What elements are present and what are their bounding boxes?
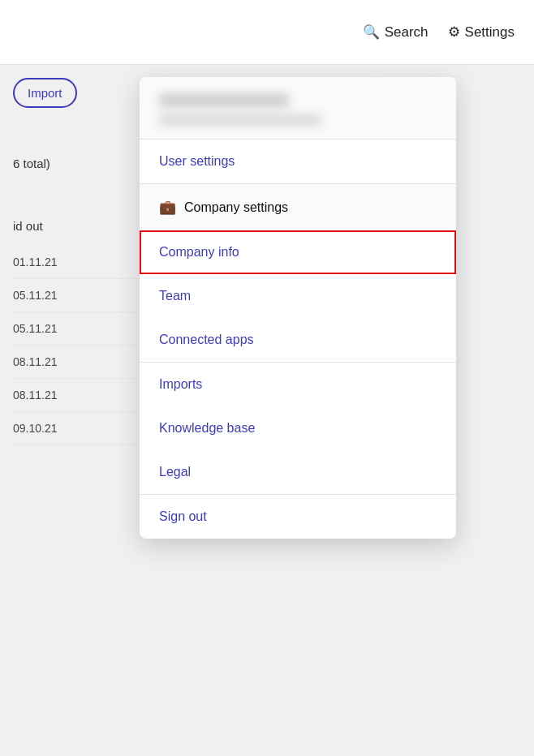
company-settings-label: Company settings (184, 200, 288, 215)
user-email-blur (159, 114, 321, 126)
user-settings-item[interactable]: User settings (140, 140, 456, 183)
dropdown-menu: User settings 💼 Company settings Company… (140, 77, 456, 539)
team-item[interactable]: Team (140, 274, 456, 318)
top-bar: 🔍 Search ⚙ Settings (0, 0, 534, 65)
legal-item[interactable]: Legal (140, 450, 456, 494)
user-settings-label: User settings (159, 154, 235, 169)
connected-apps-label: Connected apps (159, 333, 254, 347)
sign-out-label: Sign out (159, 509, 207, 524)
company-settings-header: 💼 Company settings (140, 184, 456, 230)
search-button[interactable]: 🔍 Search (363, 24, 428, 41)
company-info-item[interactable]: Company info (140, 230, 456, 274)
legal-label: Legal (159, 465, 191, 479)
user-settings-group: User settings (140, 140, 456, 184)
search-label: Search (385, 24, 428, 41)
settings-label: Settings (465, 24, 515, 41)
search-icon: 🔍 (363, 24, 380, 41)
background-content: Import 6 total) id out 01.11.21 05.11.21… (0, 65, 162, 445)
team-label: Team (159, 289, 191, 303)
user-name-blur (159, 93, 289, 108)
resources-group: Imports Knowledge base Legal (140, 363, 456, 495)
connected-apps-item[interactable]: Connected apps (140, 318, 456, 362)
sign-out-item[interactable]: Sign out (140, 495, 456, 539)
company-settings-group: 💼 Company settings Company info Team Con… (140, 184, 456, 363)
briefcase-icon: 💼 (159, 199, 176, 216)
import-button[interactable]: Import (13, 78, 77, 108)
imports-label: Imports (159, 377, 202, 392)
knowledge-base-item[interactable]: Knowledge base (140, 406, 456, 450)
company-info-label: Company info (159, 245, 239, 260)
user-info-section (140, 77, 456, 140)
sign-out-section: Sign out (140, 495, 456, 539)
knowledge-base-label: Knowledge base (159, 421, 255, 436)
gear-icon: ⚙ (448, 24, 460, 41)
settings-button[interactable]: ⚙ Settings (448, 24, 515, 41)
imports-item[interactable]: Imports (140, 363, 456, 406)
